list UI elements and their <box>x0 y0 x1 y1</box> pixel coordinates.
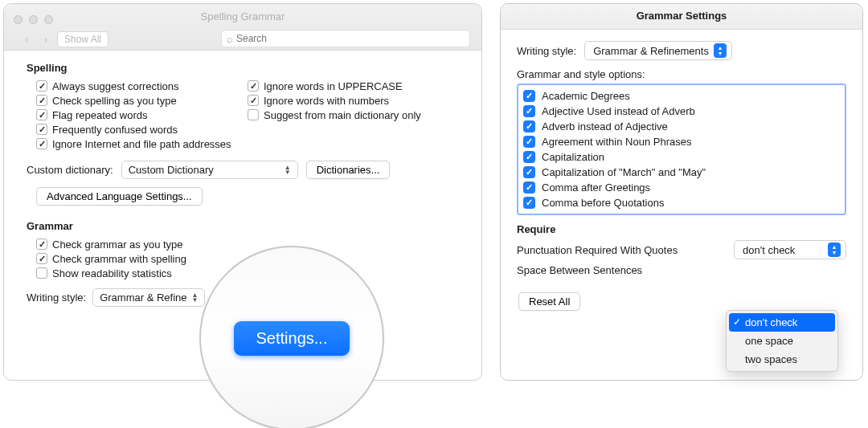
popup-item-two-spaces[interactable]: two spaces <box>729 350 835 369</box>
writing-style-select[interactable]: Grammar & Refine ▲▼ <box>92 288 205 307</box>
stepper-icon: ▲▼ <box>714 43 727 58</box>
stepper-icon: ▲▼ <box>192 293 199 303</box>
writing-style-label: Writing style: <box>517 45 576 57</box>
option-comma-greetings[interactable]: Comma after Greetings <box>523 180 840 195</box>
checkbox-icon[interactable] <box>523 136 535 148</box>
spelling-heading: Spelling <box>27 62 459 74</box>
writing-style-select[interactable]: Grammar & Refinements ▲▼ <box>584 41 732 60</box>
checkbox-icon[interactable] <box>523 181 535 194</box>
checkbox-icon[interactable] <box>36 238 47 250</box>
grammar-heading: Grammar <box>27 220 459 232</box>
window-title: Grammar Settings <box>501 4 862 30</box>
magnifier-lens: Settings... <box>199 246 384 428</box>
check-ignore-uppercase[interactable]: Ignore words in UPPERCASE <box>248 79 459 93</box>
show-all-button[interactable]: Show All <box>57 31 108 47</box>
option-agreement-noun[interactable]: Agreement within Noun Phrases <box>523 134 840 149</box>
options-list[interactable]: Academic Degrees Adjective Used instead … <box>517 84 846 215</box>
titlebar: Spelling Grammar ‹ › Show All ⌕ <box>4 4 481 51</box>
forward-button[interactable]: › <box>38 32 54 47</box>
option-comma-quotations[interactable]: Comma before Quotations <box>523 195 840 210</box>
option-adverb-adjective[interactable]: Adverb instead of Adjective <box>523 119 840 134</box>
checkbox-icon[interactable] <box>36 267 47 279</box>
search-input[interactable] <box>236 33 465 44</box>
checkbox-icon[interactable] <box>36 95 47 106</box>
option-adjective-adverb[interactable]: Adjective Used instead of Adverb <box>523 104 840 119</box>
checkbox-icon[interactable] <box>36 253 47 264</box>
stepper-icon: ▲▼ <box>828 243 841 257</box>
checkbox-icon[interactable] <box>36 124 47 135</box>
check-flag-repeated[interactable]: Flag repeated words <box>36 108 248 122</box>
checkbox-icon[interactable] <box>523 197 535 209</box>
writing-style-label: Writing style: <box>27 291 86 304</box>
checkbox-icon[interactable] <box>523 166 535 178</box>
popup-item-dont-check[interactable]: don't check <box>729 313 835 332</box>
custom-dict-label: Custom dictionary: <box>27 164 113 176</box>
check-ignore-numbers[interactable]: Ignore words with numbers <box>248 93 459 108</box>
settings-button[interactable]: Settings... <box>234 321 350 356</box>
space-sentences-label: Space Between Sentences <box>517 264 642 276</box>
checkbox-icon[interactable] <box>36 80 47 92</box>
checkbox-icon[interactable] <box>248 109 259 120</box>
checkbox-icon[interactable] <box>523 90 535 102</box>
checkbox-icon[interactable] <box>523 120 535 132</box>
custom-dictionary-select[interactable]: Custom Dictionary ▲▼ <box>121 161 298 179</box>
checkbox-icon[interactable] <box>36 109 47 120</box>
reset-all-button[interactable]: Reset All <box>518 292 580 311</box>
check-always-suggest[interactable]: Always suggest corrections <box>36 79 248 93</box>
check-main-dictionary[interactable]: Suggest from main dictionary only <box>248 108 459 122</box>
checkbox-icon[interactable] <box>248 80 259 92</box>
search-field[interactable]: ⌕ <box>221 30 470 47</box>
popup-item-one-space[interactable]: one space <box>729 332 835 350</box>
option-capitalization[interactable]: Capitalization <box>523 149 840 165</box>
require-heading: Require <box>517 223 846 235</box>
option-academic-degrees[interactable]: Academic Degrees <box>523 88 840 104</box>
options-heading: Grammar and style options: <box>517 68 846 80</box>
back-button[interactable]: ‹ <box>18 32 35 47</box>
checkbox-icon[interactable] <box>523 105 535 117</box>
stepper-icon: ▲▼ <box>285 165 291 175</box>
search-icon: ⌕ <box>227 33 233 45</box>
check-spelling-type[interactable]: Check spelling as you type <box>36 93 248 108</box>
punctuation-select[interactable]: don't check ▲▼ <box>734 240 846 259</box>
checkbox-icon[interactable] <box>36 138 47 149</box>
dictionaries-button[interactable]: Dictionaries... <box>306 161 391 179</box>
window-title: Spelling Grammar <box>4 10 481 22</box>
space-dropdown-popup[interactable]: don't check one space two spaces <box>726 310 838 372</box>
checkbox-icon[interactable] <box>523 151 535 163</box>
checkbox-icon[interactable] <box>248 95 259 106</box>
punctuation-label: Punctuation Required With Quotes <box>517 244 678 256</box>
check-frequently-confused[interactable]: Frequently confused words <box>36 122 248 137</box>
check-grammar-type[interactable]: Check grammar as you type <box>36 237 459 251</box>
check-ignore-internet[interactable]: Ignore Internet and file path addresses <box>36 137 248 151</box>
advanced-language-button[interactable]: Advanced Language Settings... <box>36 187 203 206</box>
option-march-may[interactable]: Capitalization of "March" and "May" <box>523 165 840 180</box>
